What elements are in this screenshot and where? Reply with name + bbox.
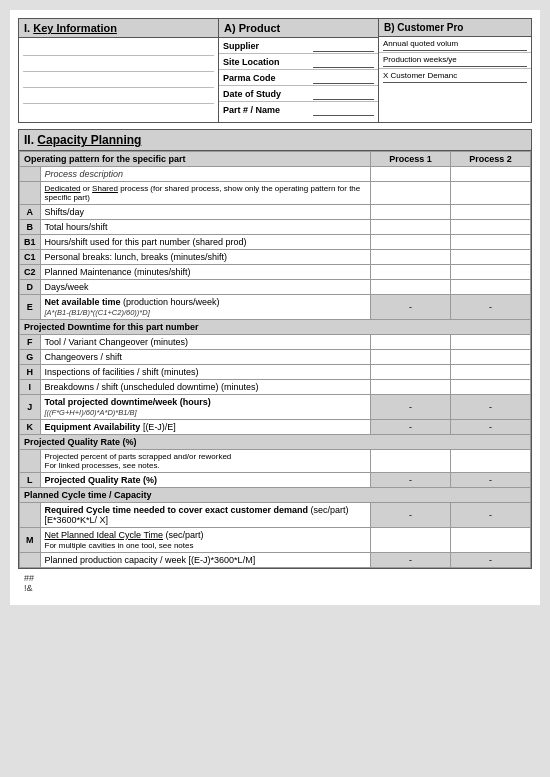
row-b: B Total hours/shift bbox=[20, 220, 531, 235]
hours-shift-part-p2[interactable] bbox=[451, 235, 531, 250]
annual-volume-value: Annual quoted volum bbox=[383, 39, 527, 51]
date-of-study-value[interactable] bbox=[313, 88, 374, 100]
footer-line2: !& bbox=[24, 583, 526, 593]
inspections-p1[interactable] bbox=[371, 365, 451, 380]
planned-maint-p1[interactable] bbox=[371, 265, 451, 280]
hours-shift-part-p1[interactable] bbox=[371, 235, 451, 250]
operating-pattern-label: Operating pattern for the specific part bbox=[20, 152, 371, 167]
net-planned-p1[interactable] bbox=[371, 528, 451, 553]
parma-code-label: Parma Code bbox=[223, 73, 313, 83]
supplier-value[interactable] bbox=[313, 40, 374, 52]
hours-shift-part-label: Hours/shift used for this part number (s… bbox=[40, 235, 370, 250]
input-row-2[interactable] bbox=[23, 56, 214, 72]
input-row-1[interactable] bbox=[23, 40, 214, 56]
inspections-label: Inspections of facilities / shift (minut… bbox=[40, 365, 370, 380]
process-desc-spacer bbox=[20, 167, 41, 182]
part-number-value[interactable] bbox=[313, 104, 374, 116]
inspections-p2[interactable] bbox=[451, 365, 531, 380]
req-cycle-row: Required Cycle time needed to cover exac… bbox=[20, 503, 531, 528]
planned-maint-p2[interactable] bbox=[451, 265, 531, 280]
equipment-avail-p2: - bbox=[451, 420, 531, 435]
row-c1: C1 Personal breaks: lunch, breaks (minut… bbox=[20, 250, 531, 265]
row-b1: B1 Hours/shift used for this part number… bbox=[20, 235, 531, 250]
row-j: J Total projected downtime/week (hours) … bbox=[20, 395, 531, 420]
row-i: I Breakdowns / shift (unscheduled downti… bbox=[20, 380, 531, 395]
process-desc-p1[interactable] bbox=[371, 167, 451, 182]
quality-sub-p1[interactable] bbox=[371, 450, 451, 473]
downtime-header-label: Projected Downtime for this part number bbox=[20, 320, 531, 335]
section-i-left: I. Key Information bbox=[19, 19, 219, 122]
section-ii: II. Capacity Planning Operating pattern … bbox=[18, 129, 532, 569]
net-planned-p2[interactable] bbox=[451, 528, 531, 553]
letter-c2: C2 bbox=[20, 265, 41, 280]
personal-breaks-p1[interactable] bbox=[371, 250, 451, 265]
section-i-inputs bbox=[19, 38, 218, 122]
process-desc-p2[interactable] bbox=[451, 167, 531, 182]
col-process2-header: Process 2 bbox=[451, 152, 531, 167]
date-of-study-row: Date of Study bbox=[219, 86, 378, 102]
section-i-middle: A) Product Supplier Site Location Parma … bbox=[219, 19, 379, 122]
total-hours-shift-p1[interactable] bbox=[371, 220, 451, 235]
planned-capacity-p2: - bbox=[451, 553, 531, 568]
part-number-label: Part # / Name bbox=[223, 105, 313, 115]
personal-breaks-p2[interactable] bbox=[451, 250, 531, 265]
part-number-row: Part # / Name bbox=[219, 102, 378, 118]
changeovers-shift-p2[interactable] bbox=[451, 350, 531, 365]
days-week-p1[interactable] bbox=[371, 280, 451, 295]
letter-c1: C1 bbox=[20, 250, 41, 265]
section-ii-title: Capacity Planning bbox=[37, 133, 141, 147]
input-row-4[interactable] bbox=[23, 88, 214, 104]
days-week-label: Days/week bbox=[40, 280, 370, 295]
dedicated-shared-p1[interactable] bbox=[371, 182, 451, 205]
letter-d: D bbox=[20, 280, 41, 295]
equipment-avail-label: Equipment Availability [(E-J)/E] bbox=[40, 420, 370, 435]
product-label: Product bbox=[239, 22, 281, 34]
letter-b: B bbox=[20, 220, 41, 235]
page: I. Key Information A) Product Supplier bbox=[10, 10, 540, 605]
equipment-avail-p1: - bbox=[371, 420, 451, 435]
letter-i: I bbox=[20, 380, 41, 395]
process-desc-row: Process description bbox=[20, 167, 531, 182]
section-i-header: I. Key Information bbox=[19, 19, 218, 38]
supplier-label: Supplier bbox=[223, 41, 313, 51]
total-hours-shift-p2[interactable] bbox=[451, 220, 531, 235]
tool-changeover-p2[interactable] bbox=[451, 335, 531, 350]
letter-l: L bbox=[20, 473, 41, 488]
input-row-3[interactable] bbox=[23, 72, 214, 88]
proj-quality-label: Projected Quality Rate (%) bbox=[40, 473, 370, 488]
parma-code-value[interactable] bbox=[313, 72, 374, 84]
net-available-p2: - bbox=[451, 295, 531, 320]
breakdowns-p1[interactable] bbox=[371, 380, 451, 395]
tool-changeover-p1[interactable] bbox=[371, 335, 451, 350]
changeovers-shift-p1[interactable] bbox=[371, 350, 451, 365]
shifts-day-p2[interactable] bbox=[451, 205, 531, 220]
row-k: K Equipment Availability [(E-J)/E] - - bbox=[20, 420, 531, 435]
row-m: M Net Planned Ideal Cycle Time (sec/part… bbox=[20, 528, 531, 553]
section-i-right-header: B) Customer Pro bbox=[379, 19, 531, 37]
letter-f: F bbox=[20, 335, 41, 350]
days-week-p2[interactable] bbox=[451, 280, 531, 295]
planned-maint-label: Planned Maintenance (minutes/shift) bbox=[40, 265, 370, 280]
section-ii-header: II. Capacity Planning bbox=[19, 130, 531, 151]
section-i-right: B) Customer Pro Annual quoted volum Prod… bbox=[379, 19, 531, 122]
annual-volume-row: Annual quoted volum bbox=[379, 37, 531, 53]
section-i-middle-header: A) Product bbox=[219, 19, 378, 38]
req-cycle-label: Required Cycle time needed to cover exac… bbox=[40, 503, 370, 528]
quality-sub-p2[interactable] bbox=[451, 450, 531, 473]
row-h: H Inspections of facilities / shift (min… bbox=[20, 365, 531, 380]
row-l: L Projected Quality Rate (%) - - bbox=[20, 473, 531, 488]
production-weeks-row: Production weeks/ye bbox=[379, 53, 531, 69]
net-planned-label: Net Planned Ideal Cycle Time (sec/part) … bbox=[40, 528, 370, 553]
site-location-label: Site Location bbox=[223, 57, 313, 67]
dedicated-shared-p2[interactable] bbox=[451, 182, 531, 205]
dedicated-shared-row: Dedicated or Shared process (for shared … bbox=[20, 182, 531, 205]
tool-changeover-label: Tool / Variant Changeover (minutes) bbox=[40, 335, 370, 350]
letter-h: H bbox=[20, 365, 41, 380]
site-location-value[interactable] bbox=[313, 56, 374, 68]
shifts-day-p1[interactable] bbox=[371, 205, 451, 220]
dedicated-shared-spacer bbox=[20, 182, 41, 205]
breakdowns-p2[interactable] bbox=[451, 380, 531, 395]
net-available-label: Net available time (production hours/wee… bbox=[40, 295, 370, 320]
input-row-5[interactable] bbox=[23, 104, 214, 120]
letter-g: G bbox=[20, 350, 41, 365]
